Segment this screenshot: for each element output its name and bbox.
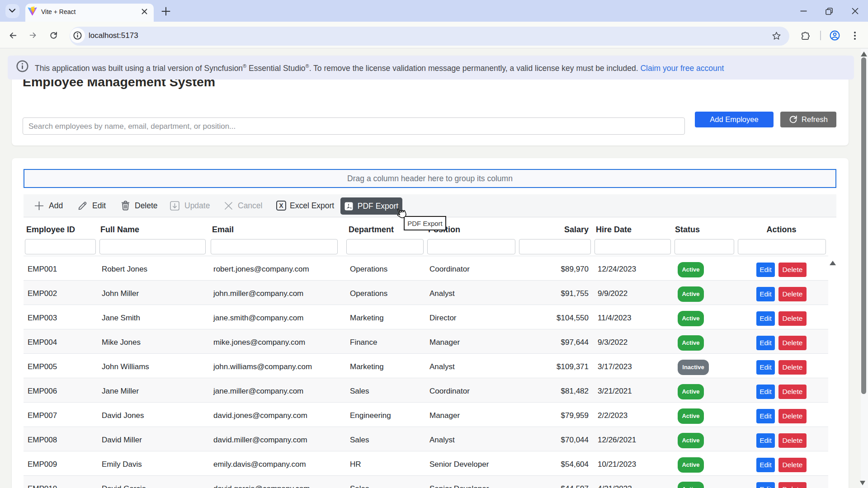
- svg-text:X: X: [279, 202, 283, 209]
